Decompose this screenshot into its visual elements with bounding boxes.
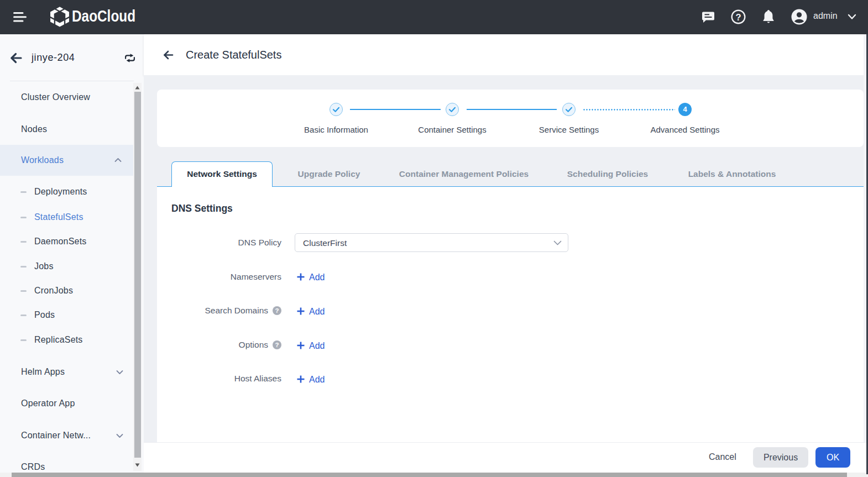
svg-text:?: ?	[735, 12, 741, 22]
